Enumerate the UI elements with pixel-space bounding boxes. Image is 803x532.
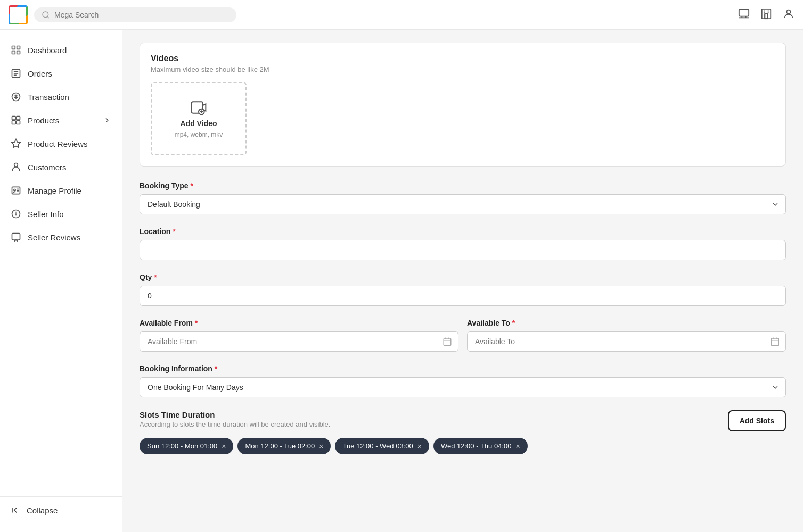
sidebar-item-product-reviews[interactable]: Product Reviews xyxy=(0,132,122,155)
add-slots-button[interactable]: Add Slots xyxy=(728,410,786,431)
dashboard-icon xyxy=(11,45,21,55)
svg-rect-29 xyxy=(12,121,16,124)
header-right xyxy=(738,8,794,22)
qty-input[interactable] xyxy=(140,286,786,306)
svg-rect-28 xyxy=(17,117,20,120)
svg-point-32 xyxy=(14,163,18,167)
available-from-input[interactable] xyxy=(140,331,458,352)
available-to-label: Available To * xyxy=(467,319,786,327)
videos-card-subtitle: Maximum video size should be like 2M xyxy=(151,65,775,73)
seller-info-icon xyxy=(11,209,21,219)
available-to-wrapper xyxy=(467,331,786,352)
date-row: Available From * Available To * xyxy=(140,319,786,352)
sidebar: Dashboard Orders Transaction Products xyxy=(0,30,122,532)
video-upload-area[interactable]: Add Video mp4, webm, mkv xyxy=(151,82,247,155)
slot-tag-4-label: Wed 12:00 - Thu 04:00 xyxy=(441,442,512,450)
svg-rect-16 xyxy=(17,46,20,49)
seller-reviews-icon xyxy=(11,232,21,243)
booking-info-select[interactable]: One Booking For Many DaysOne Booking Per… xyxy=(140,377,786,397)
videos-card: Videos Maximum video size should be like… xyxy=(140,43,786,167)
available-from-label: Available From * xyxy=(140,319,458,327)
slots-title: Slots Time Duration xyxy=(140,410,330,419)
slot-tag-4-close[interactable]: × xyxy=(515,443,520,450)
booking-type-select[interactable]: Default BookingCustom Booking xyxy=(140,194,786,214)
building-icon[interactable] xyxy=(760,8,772,22)
slot-tag-3-label: Tue 12:00 - Wed 03:00 xyxy=(342,442,413,450)
main-content: Videos Maximum video size should be like… xyxy=(122,30,803,532)
svg-rect-17 xyxy=(12,51,15,54)
svg-rect-27 xyxy=(12,117,16,120)
sidebar-item-seller-info-label: Seller Info xyxy=(28,210,64,219)
sidebar-item-seller-info[interactable]: Seller Info xyxy=(0,202,122,226)
sidebar-item-transaction[interactable]: Transaction xyxy=(0,85,122,109)
booking-info-label: Booking Information * xyxy=(140,364,786,373)
booking-info-select-wrapper: One Booking For Many DaysOne Booking Per… xyxy=(140,377,786,397)
customers-icon xyxy=(11,162,21,172)
logo[interactable] xyxy=(9,5,28,24)
qty-section: Qty * xyxy=(140,273,786,306)
svg-rect-30 xyxy=(17,121,20,124)
sidebar-item-manage-profile[interactable]: Manage Profile xyxy=(0,179,122,202)
slots-title-group: Slots Time Duration According to slots t… xyxy=(140,410,330,428)
videos-card-title: Videos xyxy=(151,54,775,63)
location-input[interactable] xyxy=(140,240,786,260)
star-icon xyxy=(11,138,21,149)
svg-point-0 xyxy=(43,12,48,18)
sidebar-item-manage-profile-label: Manage Profile xyxy=(28,186,81,195)
location-section: Location * xyxy=(140,227,786,260)
sidebar-item-orders[interactable]: Orders xyxy=(0,62,122,85)
transaction-icon xyxy=(11,92,21,102)
booking-type-select-wrapper: Default BookingCustom Booking xyxy=(140,194,786,214)
slots-subtitle: According to slots the time duration wil… xyxy=(140,420,330,428)
sidebar-item-dashboard[interactable]: Dashboard xyxy=(0,38,122,62)
video-upload-types: mp4, webm, mkv xyxy=(175,131,223,138)
booking-type-section: Booking Type * Default BookingCustom Boo… xyxy=(140,181,786,214)
available-from-wrapper xyxy=(140,331,458,352)
svg-rect-40 xyxy=(12,234,20,240)
available-to-input[interactable] xyxy=(467,331,786,352)
sidebar-item-transaction-label: Transaction xyxy=(28,93,69,102)
svg-point-34 xyxy=(14,189,15,191)
slot-tag-3-close[interactable]: × xyxy=(417,443,422,450)
slots-header: Slots Time Duration According to slots t… xyxy=(140,410,786,431)
sidebar-item-products[interactable]: Products xyxy=(0,109,122,132)
chevron-right-icon xyxy=(103,116,111,124)
svg-rect-18 xyxy=(17,51,20,54)
user-profile-icon[interactable] xyxy=(783,8,794,22)
sidebar-item-dashboard-label: Dashboard xyxy=(28,46,67,55)
sidebar-item-product-reviews-label: Product Reviews xyxy=(28,139,88,148)
orders-icon xyxy=(11,68,21,79)
sidebar-item-customers[interactable]: Customers xyxy=(0,155,122,179)
slot-tag-1-label: Sun 12:00 - Mon 01:00 xyxy=(147,442,217,450)
sidebar-item-products-label: Products xyxy=(28,116,59,125)
header xyxy=(0,0,803,30)
slots-tags: Sun 12:00 - Mon 01:00 × Mon 12:00 - Tue … xyxy=(140,438,786,454)
manage-profile-icon xyxy=(11,185,21,196)
svg-marker-31 xyxy=(12,139,21,148)
available-from-field: Available From * xyxy=(140,319,458,352)
slot-tag-1-close[interactable]: × xyxy=(222,443,226,450)
svg-point-14 xyxy=(786,10,790,13)
sidebar-collapse[interactable]: Collapse xyxy=(0,496,122,523)
collapse-icon xyxy=(11,505,20,515)
svg-line-1 xyxy=(47,16,49,18)
sidebar-item-customers-label: Customers xyxy=(28,163,67,172)
collapse-label: Collapse xyxy=(27,506,58,515)
svg-rect-15 xyxy=(12,46,15,49)
search-icon xyxy=(42,11,50,19)
available-to-field: Available To * xyxy=(467,319,786,352)
slot-tag-2: Mon 12:00 - Tue 02:00 × xyxy=(237,438,331,454)
sidebar-item-orders-label: Orders xyxy=(28,69,52,78)
slots-section: Slots Time Duration According to slots t… xyxy=(140,410,786,454)
location-label: Location * xyxy=(140,227,786,236)
slot-tag-1: Sun 12:00 - Mon 01:00 × xyxy=(140,438,233,454)
sidebar-item-seller-reviews[interactable]: Seller Reviews xyxy=(0,226,122,249)
availability-section: Available From * Available To * xyxy=(140,319,786,352)
search-input[interactable] xyxy=(54,11,229,19)
store-icon[interactable] xyxy=(738,8,750,22)
slot-tag-2-close[interactable]: × xyxy=(319,443,323,450)
slot-tag-3: Tue 12:00 - Wed 03:00 × xyxy=(335,438,429,454)
search-bar[interactable] xyxy=(34,7,236,22)
booking-type-label: Booking Type * xyxy=(140,181,786,190)
video-add-icon xyxy=(190,99,207,116)
